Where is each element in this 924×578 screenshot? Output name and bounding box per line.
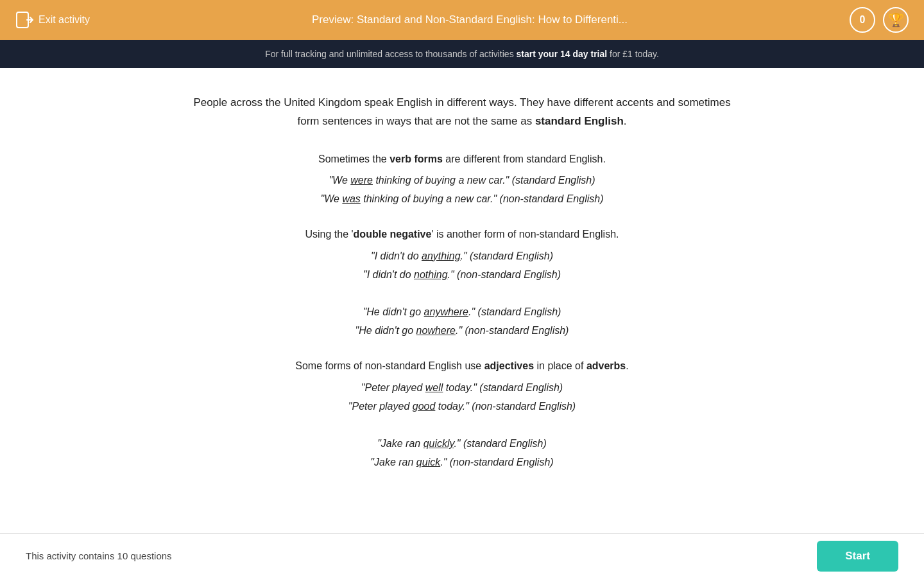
section2-underline1: anything [422,250,461,261]
section2-underline2: nothing [414,269,448,280]
top-navigation: Exit activity Preview: Standard and Non-… [0,0,924,40]
main-content: People across the United Kingdom speak E… [173,68,751,502]
section3-bold1: adjectives [484,360,534,371]
trial-banner: For full tracking and unlimited access t… [0,40,924,68]
section-verb-forms: Sometimes the verb forms are different f… [193,150,732,208]
section3-bold2: adverbs [586,360,626,371]
nav-right-controls: 0 🏆 [850,7,909,33]
banner-cta: start your 14 day trial [517,49,608,59]
trophy-icon: 🏆 [888,12,904,28]
section3-example2: "Peter played good today." (non-standard… [193,398,732,415]
intro-paragraph: People across the United Kingdom speak E… [193,94,732,131]
exit-activity-label: Exit activity [38,14,90,26]
section2-bold: double negative [354,229,432,240]
section1-intro: Sometimes the verb forms are different f… [193,150,732,168]
section2-example3: "He didn't go anywhere." (standard Engli… [193,303,732,320]
section1-underline2: was [342,193,360,204]
banner-text-after: for £1 today. [607,49,659,59]
section3-underline4: quick [416,457,440,468]
section2-underline3: anywhere [424,306,468,317]
section2-intro: Using the 'double negative' is another f… [193,225,732,243]
section2-underline4: nowhere [416,325,456,336]
section3-underline1: well [425,382,443,393]
section3-example1: "Peter played well today." (standard Eng… [193,379,732,396]
score-value: 0 [860,14,866,26]
exit-icon [15,11,33,29]
section1-underline1: were [350,175,373,186]
trophy-button[interactable]: 🏆 [883,7,909,33]
section-double-negative: Using the 'double negative' is another f… [193,225,732,339]
exit-activity-button[interactable]: Exit activity [15,11,90,29]
section3-underline2: good [413,401,436,412]
banner-text-before: For full tracking and unlimited access t… [265,49,516,59]
score-badge: 0 [850,7,875,33]
section3-example4: "Jake ran quick." (non-standard English) [193,453,732,471]
section2-example1: "I didn't do anything." (standard Englis… [193,247,732,265]
section1-bold: verb forms [389,153,443,164]
section1-example2: "We was thinking of buying a new car." (… [193,190,732,207]
page-title: Preview: Standard and Non-Standard Engli… [90,13,850,26]
section2-example4: "He didn't go nowhere." (non-standard En… [193,322,732,339]
intro-bold: standard English [535,115,624,127]
section-adjectives-adverbs: Some forms of non-standard English use a… [193,357,732,471]
section3-underline3: quickly [424,438,454,449]
section2-example2: "I didn't do nothing." (non-standard Eng… [193,266,732,283]
section3-intro: Some forms of non-standard English use a… [193,357,732,374]
section3-example3: "Jake ran quickly." (standard English) [193,435,732,452]
section1-example1: "We were thinking of buying a new car." … [193,171,732,189]
